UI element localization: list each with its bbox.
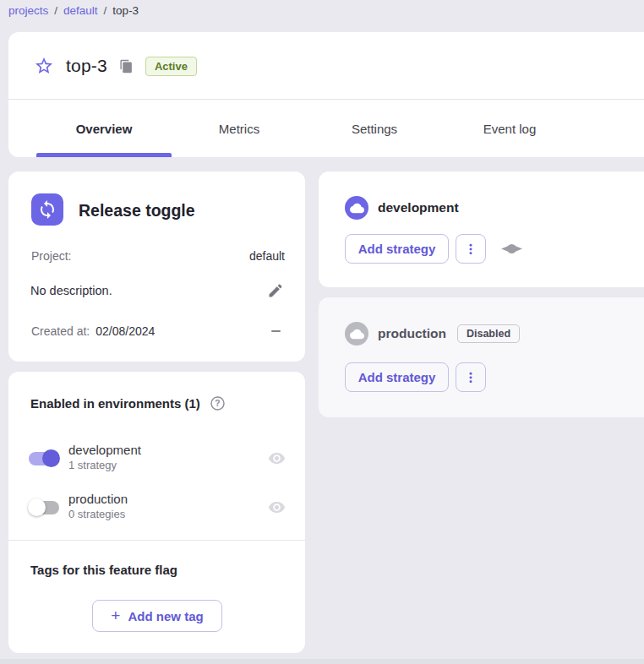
plus-icon: + bbox=[111, 607, 120, 623]
description-row: No description. bbox=[30, 282, 284, 299]
breadcrumb-separator: / bbox=[54, 4, 57, 17]
add-strategy-button-production[interactable]: Add strategy bbox=[345, 362, 449, 392]
tab-bar: Overview Metrics Settings Event log bbox=[36, 100, 577, 157]
production-environment-panel: production Disabled Add strategy bbox=[319, 297, 644, 417]
environment-panel-title: production bbox=[378, 326, 446, 341]
strategy-count: 1 strategy bbox=[68, 459, 268, 473]
environment-name: development bbox=[68, 443, 268, 459]
created-at-label: Created at: bbox=[31, 324, 90, 338]
breadcrumb-projects-link[interactable]: projects bbox=[8, 4, 48, 17]
development-toggle[interactable] bbox=[28, 449, 60, 468]
favorite-star-button[interactable] bbox=[34, 56, 54, 76]
add-new-tag-button[interactable]: + Add new tag bbox=[92, 600, 222, 632]
environments-card: Enabled in environments (1) ? developmen… bbox=[8, 372, 305, 653]
project-label: Project: bbox=[31, 249, 71, 263]
breadcrumb-separator: / bbox=[104, 4, 107, 17]
pencil-icon bbox=[267, 282, 284, 299]
eye-icon[interactable] bbox=[268, 449, 286, 467]
strategy-count: 0 strategies bbox=[68, 508, 268, 522]
tab-metrics[interactable]: Metrics bbox=[172, 100, 307, 157]
cloud-icon bbox=[345, 196, 368, 220]
toggle-thumb bbox=[42, 449, 60, 467]
project-row: Project: default bbox=[31, 249, 285, 263]
tab-event-log[interactable]: Event log bbox=[442, 100, 577, 157]
environment-name: production bbox=[68, 492, 268, 508]
environment-row-development: development 1 strategy bbox=[28, 439, 286, 476]
copy-icon bbox=[119, 59, 134, 73]
environments-title: Enabled in environments (1) bbox=[30, 396, 200, 411]
tags-title: Tags for this feature flag bbox=[30, 563, 177, 577]
tab-overview[interactable]: Overview bbox=[36, 100, 172, 157]
environment-more-actions-button[interactable] bbox=[456, 234, 486, 264]
eye-icon[interactable] bbox=[268, 498, 286, 516]
svg-text:?: ? bbox=[215, 399, 220, 408]
card-divider bbox=[8, 540, 305, 541]
kebab-menu-icon bbox=[464, 242, 478, 256]
release-toggle-icon bbox=[31, 193, 63, 226]
status-badge: Active bbox=[145, 57, 197, 76]
tab-label: Metrics bbox=[219, 122, 259, 136]
add-strategy-label: Add strategy bbox=[358, 370, 436, 384]
active-tab-indicator bbox=[36, 153, 172, 157]
tab-settings[interactable]: Settings bbox=[307, 100, 442, 157]
minus-icon bbox=[271, 330, 281, 332]
created-at-row: Created at: 02/08/2024 bbox=[31, 324, 281, 338]
collapse-details-button[interactable] bbox=[271, 330, 281, 332]
tab-label: Event log bbox=[483, 122, 537, 136]
breadcrumb-current: top-3 bbox=[112, 4, 139, 17]
breadcrumb: projects / default / top-3 bbox=[8, 3, 139, 18]
breadcrumb-default-link[interactable]: default bbox=[63, 4, 98, 17]
lifecycle-stage-icon[interactable] bbox=[501, 243, 522, 254]
copy-name-button[interactable] bbox=[119, 59, 134, 73]
bottom-edge-strip bbox=[0, 659, 644, 664]
add-strategy-button-development[interactable]: Add strategy bbox=[345, 234, 449, 264]
cloud-icon bbox=[345, 322, 368, 346]
edit-description-button[interactable] bbox=[267, 282, 284, 299]
kebab-menu-icon bbox=[464, 371, 478, 384]
feature-header-card: top-3 Active Overview Metrics Settings E… bbox=[8, 32, 644, 157]
flag-details-card: Release toggle Project: default No descr… bbox=[8, 171, 305, 362]
add-strategy-label: Add strategy bbox=[358, 242, 436, 256]
page-title: top-3 bbox=[66, 56, 107, 76]
environment-panel-title: development bbox=[378, 200, 459, 215]
disabled-badge: Disabled bbox=[457, 324, 520, 343]
created-at-value: 02/08/2024 bbox=[96, 324, 155, 338]
development-environment-panel: development Add strategy bbox=[319, 171, 644, 287]
environment-row-production: production 0 strategies bbox=[28, 488, 286, 525]
flag-type-title: Release toggle bbox=[79, 201, 195, 220]
environment-more-actions-button[interactable] bbox=[456, 362, 486, 392]
project-value: default bbox=[249, 249, 285, 263]
toggle-thumb bbox=[28, 498, 46, 516]
production-toggle[interactable] bbox=[28, 498, 60, 517]
add-new-tag-label: Add new tag bbox=[128, 609, 203, 623]
star-icon bbox=[34, 56, 54, 76]
feature-title-row: top-3 Active bbox=[34, 32, 197, 100]
help-icon[interactable]: ? bbox=[210, 395, 226, 411]
tab-label: Settings bbox=[352, 122, 397, 136]
tab-label: Overview bbox=[76, 122, 133, 136]
description-text: No description. bbox=[30, 284, 112, 297]
